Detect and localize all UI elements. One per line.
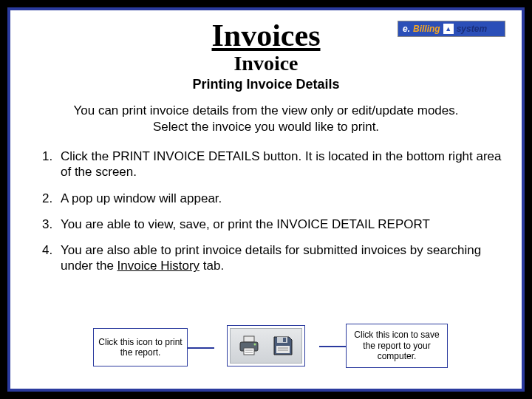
toolbar-frame <box>227 325 305 366</box>
intro-line-1: You can print invoice details from the v… <box>27 103 505 119</box>
steps-list: Click the PRINT INVOICE DETAILS button. … <box>27 149 505 274</box>
intro-line-2: Select the invoice you would like to pri… <box>27 119 505 135</box>
callout-save: Click this icon to save the report to yo… <box>346 324 448 368</box>
svg-rect-2 <box>244 348 254 355</box>
step-3: You are able to view, save, or print the… <box>56 216 505 232</box>
step-2: A pop up window will appear. <box>56 191 505 206</box>
ebilling-logo: e.Billing ▲ system <box>398 21 505 37</box>
floppy-disk-icon <box>272 335 294 357</box>
connector-right <box>319 346 346 347</box>
logo-text-billing: Billing <box>413 24 440 34</box>
printer-icon <box>237 334 261 358</box>
step-1: Click the PRINT INVOICE DETAILS button. … <box>56 149 505 180</box>
svg-rect-8 <box>276 346 290 353</box>
callout-print: Click this icon to print the report. <box>93 328 188 366</box>
slide-container: e.Billing ▲ system Invoices Invoice Prin… <box>0 0 532 399</box>
print-button[interactable] <box>236 332 262 359</box>
intro-text: You can print invoice details from the v… <box>27 103 505 135</box>
page-subtitle: Invoice <box>27 52 505 75</box>
svg-rect-7 <box>283 338 286 342</box>
step-4-post: tab. <box>200 259 224 273</box>
callout-print-text: Click this icon to print the report. <box>97 337 184 358</box>
logo-text-e: e. <box>403 24 410 34</box>
logo-triangle-icon: ▲ <box>443 24 454 34</box>
section-title: Printing Invoice Details <box>27 77 505 92</box>
toolbar <box>230 328 302 364</box>
callout-save-text: Click this icon to save the report to yo… <box>349 330 444 361</box>
callout-row: Click this icon to print the report. <box>27 321 505 375</box>
svg-point-5 <box>254 344 256 346</box>
svg-rect-0 <box>244 336 254 342</box>
save-button[interactable] <box>270 332 296 359</box>
slide-frame: e.Billing ▲ system Invoices Invoice Prin… <box>7 7 525 392</box>
logo-text-system: system <box>457 24 487 34</box>
connector-left <box>188 347 214 349</box>
step-4: You are also able to print invoice detai… <box>56 242 505 274</box>
invoice-history-link: Invoice History <box>117 259 200 273</box>
